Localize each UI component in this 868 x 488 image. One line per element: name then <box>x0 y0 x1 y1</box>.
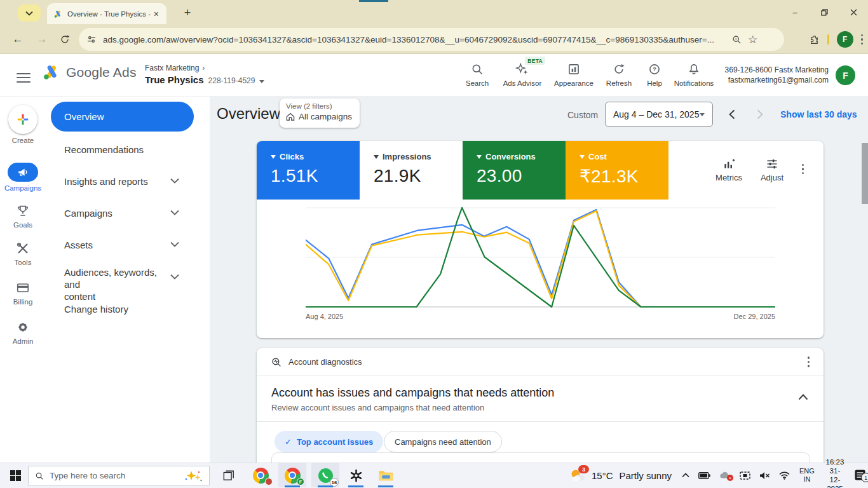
header-action-help[interactable]: ? Help <box>634 61 675 87</box>
metric-card-conversions[interactable]: Conversions 23.00 <box>463 141 566 200</box>
site-settings-icon[interactable] <box>86 34 97 44</box>
task-view-icon <box>223 470 234 481</box>
reload-button[interactable] <box>56 30 74 48</box>
metric-caret-icon[interactable] <box>477 155 482 159</box>
metric-caret-icon[interactable] <box>271 155 276 159</box>
onedrive-sync-error-icon[interactable]: × <box>719 471 731 479</box>
subnav-item-insights[interactable]: Insights and reports <box>64 176 148 187</box>
subnav-item-change-history[interactable]: Change history <box>64 304 128 315</box>
filter-chip[interactable]: View (2 filters) All campaigns <box>280 98 360 128</box>
trophy-icon <box>16 204 30 218</box>
date-next-button[interactable] <box>751 105 769 123</box>
metric-card-cost[interactable]: Cost ₹21.3K <box>566 141 668 200</box>
rail-item-create[interactable]: Create <box>0 105 46 144</box>
account-breadcrumb[interactable]: Fastx Marketing › True Physics 228-119-4… <box>145 64 264 85</box>
chevron-down-icon[interactable] <box>170 274 179 280</box>
create-plus-icon <box>16 112 30 126</box>
weather-widget[interactable]: 3 15°C Partly sunny <box>569 463 672 488</box>
browser-menu-icon[interactable] <box>861 34 863 44</box>
forward-button[interactable]: → <box>33 30 51 48</box>
header-action-appearance[interactable]: Appearance <box>553 61 594 87</box>
new-tab-button[interactable]: + <box>179 5 196 22</box>
taskbar-app-file-explorer[interactable] <box>372 463 400 487</box>
header-action-search[interactable]: Search <box>457 61 498 87</box>
date-range-select[interactable]: Aug 4 – Dec 31, 2025 <box>605 102 713 127</box>
user-avatar[interactable]: F <box>836 65 855 85</box>
rail-item-tools[interactable]: Tools <box>0 241 46 266</box>
rail-item-billing[interactable]: Billing <box>0 280 46 306</box>
taskbar-clock[interactable]: 16:23 31-12-2025 <box>825 458 845 488</box>
rail-label: Tools <box>0 259 46 266</box>
taskbar-app-chrome-2[interactable]: F <box>278 463 306 487</box>
volume-muted-icon[interactable] <box>759 471 770 480</box>
diagnostics-header: Account diagnostics <box>257 348 824 376</box>
metric-caret-icon[interactable] <box>374 155 379 159</box>
back-button[interactable]: ← <box>9 30 27 48</box>
wifi-icon[interactable] <box>779 471 790 480</box>
google-ads-logo[interactable]: Google Ads <box>42 64 137 81</box>
taskbar-search-box[interactable]: Type here to search <box>28 466 210 485</box>
metric-card-clicks[interactable]: Clicks 1.51K <box>257 141 360 200</box>
tab-close-icon[interactable]: × <box>151 8 161 20</box>
bookmark-star-icon[interactable]: ☆ <box>748 33 757 46</box>
diagnostics-menu-icon[interactable] <box>808 356 810 367</box>
search-icon <box>471 63 484 76</box>
chip-campaigns-need-attention[interactable]: Campaigns need attention <box>384 431 502 452</box>
chatgpt-icon <box>349 468 363 483</box>
search-placeholder: Type here to search <box>50 471 178 480</box>
metric-card-impressions[interactable]: Impressions 21.9K <box>360 141 463 200</box>
cast-display-icon[interactable] <box>740 471 750 480</box>
appearance-icon <box>567 63 580 76</box>
start-button[interactable] <box>1 463 29 487</box>
subnav-item-overview[interactable]: Overview <box>51 102 194 132</box>
chevron-down-icon[interactable] <box>170 241 179 247</box>
metric-value: 1.51K <box>271 166 360 186</box>
taskbar-app-chatgpt[interactable] <box>342 463 370 487</box>
header-action-ads-advisor[interactable]: BETA Ads Advisor <box>502 61 543 87</box>
account-switcher-caret-icon[interactable] <box>259 80 264 83</box>
chip-top-account-issues[interactable]: ✓ Top account issues <box>275 431 383 452</box>
clock-date: 31-12-2025 <box>827 467 843 488</box>
date-prev-button[interactable] <box>723 105 741 123</box>
browser-tab[interactable]: Overview - True Physics - Goog × <box>47 3 166 24</box>
close-window-button[interactable] <box>839 0 868 24</box>
google-ads-logo-icon <box>42 64 61 81</box>
minimize-button[interactable]: – <box>780 0 810 24</box>
show-last-30-days-link[interactable]: Show last 30 days <box>780 109 857 119</box>
address-bar[interactable]: ads.google.com/aw/overview?ocid=10363413… <box>79 28 784 51</box>
subnav-item-audiences[interactable]: Audiences, keywords, and content <box>64 266 172 302</box>
browser-profile-avatar[interactable]: F <box>837 31 853 48</box>
taskbar-app-chrome-1[interactable] <box>247 463 275 487</box>
restore-button[interactable] <box>810 0 839 24</box>
battery-icon[interactable] <box>698 472 710 479</box>
collapse-chevron-up-icon[interactable] <box>798 394 808 400</box>
rail-item-goals[interactable]: Goals <box>0 203 46 229</box>
chevron-down-icon[interactable] <box>170 178 179 184</box>
tab-search-button[interactable] <box>18 4 41 22</box>
chevron-down-icon[interactable] <box>170 210 179 215</box>
metric-caret-icon[interactable] <box>580 155 585 159</box>
subnav-item-campaigns[interactable]: Campaigns <box>64 208 112 219</box>
language-indicator[interactable]: ENG IN <box>799 467 815 484</box>
metrics-button[interactable]: Metrics <box>708 158 750 182</box>
extensions-puzzle-icon[interactable] <box>809 34 820 45</box>
task-view-button[interactable] <box>215 463 243 487</box>
url-text[interactable]: ads.google.com/aw/overview?ocid=10363413… <box>103 35 726 44</box>
notification-center-button[interactable]: 1 <box>855 470 867 481</box>
zoom-lens-icon[interactable] <box>732 35 742 44</box>
background-window-sliver <box>359 0 388 2</box>
subnav-item-assets[interactable]: Assets <box>64 240 93 250</box>
main-menu-icon[interactable] <box>17 70 31 85</box>
breadcrumb-parent[interactable]: Fastx Marketing <box>145 64 199 72</box>
header-action-refresh[interactable]: Refresh <box>599 61 639 87</box>
adjust-button[interactable]: Adjust <box>751 158 793 182</box>
taskbar-app-whatsapp[interactable]: 16 <box>311 463 339 487</box>
header-action-notifications[interactable]: Notifications <box>674 61 714 87</box>
date-mode-label: Custom <box>567 110 598 120</box>
chart-menu-icon[interactable] <box>802 164 804 174</box>
rail-item-admin[interactable]: Admin <box>0 320 46 345</box>
rail-item-campaigns[interactable]: Campaigns <box>0 163 46 192</box>
tray-expand-chevron-icon[interactable] <box>682 473 689 478</box>
vertical-scrollbar[interactable] <box>862 143 868 204</box>
subnav-item-recommendations[interactable]: Recommendations <box>64 144 144 155</box>
